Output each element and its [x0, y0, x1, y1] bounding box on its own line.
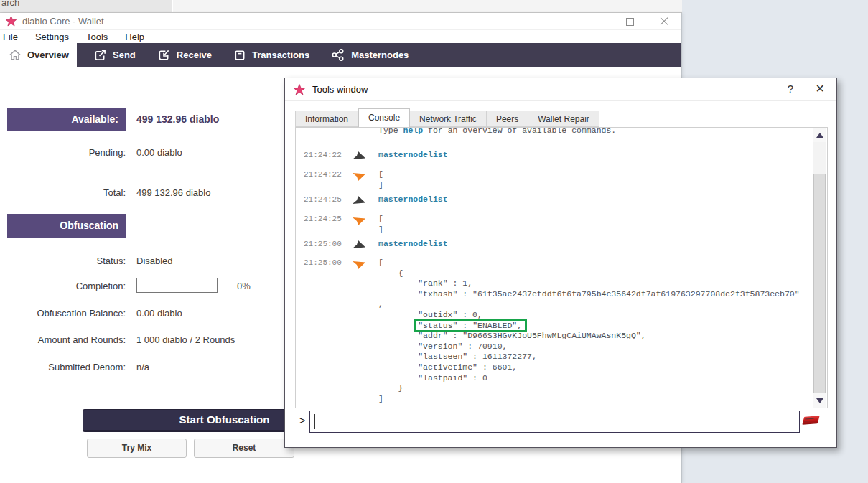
obf-balance-value: 0.00 diablo [136, 308, 182, 319]
available-header: Available: [7, 108, 126, 131]
console-response: [ ] [378, 214, 383, 235]
tab-console[interactable]: Console [358, 108, 410, 127]
total-label: Total: [0, 187, 126, 198]
console-response: [ ] [378, 169, 383, 190]
obf-amount-rounds-label: Amount and Rounds: [0, 334, 126, 345]
transactions-icon [233, 49, 246, 62]
menu-file[interactable]: File [3, 32, 18, 42]
obf-status-label: Status: [0, 255, 126, 266]
nav-bar: Overview Send Receive [0, 43, 681, 67]
console-command-input[interactable] [309, 411, 800, 433]
scrollbar-thumb[interactable] [813, 174, 826, 394]
tools-tab-bar: Information Console Network Traffic Peer… [295, 110, 599, 127]
tab-transactions-label: Transactions [252, 50, 309, 60]
tab-wallet-repair[interactable]: Wallet Repair [528, 111, 599, 127]
close-icon[interactable] [657, 15, 671, 28]
tab-transactions[interactable]: Transactions [223, 43, 320, 67]
console-timestamp: 21:24:25 [304, 215, 342, 223]
home-icon [9, 49, 22, 61]
tab-masternodes-label: Masternodes [351, 50, 409, 60]
console-timestamp: 21:25:00 [304, 240, 342, 248]
console-prompt: > [299, 415, 305, 426]
menu-help[interactable]: Help [125, 32, 144, 42]
help-icon[interactable]: ? [788, 83, 793, 95]
tab-send-label: Send [113, 50, 136, 60]
console-input-icon [352, 239, 366, 250]
window-controls [588, 13, 671, 30]
obf-balance-label: Obfuscation Balance: [0, 308, 126, 319]
total-value: 499 132.96 diablo [136, 187, 210, 198]
obf-completion-value: 0% [237, 281, 251, 291]
receive-icon [157, 49, 171, 62]
maximize-icon[interactable] [622, 15, 637, 28]
tab-receive[interactable]: Receive [146, 43, 223, 67]
tab-overview-label: Overview [27, 50, 69, 60]
text-cursor [314, 414, 315, 429]
masternodes-icon [331, 48, 345, 62]
tools-window-title: Tools window [312, 84, 368, 95]
tab-receive-label: Receive [177, 50, 212, 60]
console-scrollbar[interactable] [813, 128, 826, 408]
console-output-icon [352, 216, 366, 227]
tools-window: Tools window ? ✕ Information Console Net… [284, 78, 837, 448]
obf-completion-label: Completion: [0, 281, 126, 291]
console-command: masternodelist [378, 239, 448, 250]
clear-console-icon[interactable] [803, 416, 820, 426]
console-timestamp: 21:24:25 [304, 195, 342, 204]
menu-settings[interactable]: Settings [35, 32, 69, 42]
pending-value: 0.00 diablo [136, 147, 182, 158]
scroll-up-icon[interactable] [813, 128, 826, 142]
obfuscation-header: Obfuscation [7, 214, 126, 238]
tab-information[interactable]: Information [295, 111, 358, 127]
try-mix-button[interactable]: Try Mix [87, 439, 187, 458]
completion-progress-bar [136, 278, 218, 293]
background-search-box: arch [0, 0, 172, 12]
console-output-icon [352, 172, 366, 182]
pending-label: Pending: [0, 147, 126, 158]
app-logo-star-icon [6, 16, 17, 27]
menu-bar: File Settings Tools Help [0, 30, 681, 43]
obf-status-value: Disabled [136, 255, 173, 266]
tab-masternodes[interactable]: Masternodes [320, 43, 419, 67]
background-window-strip: arch [0, 0, 682, 13]
console-timestamp: 21:25:00 [304, 258, 342, 267]
tools-titlebar: Tools window ? ✕ [285, 78, 836, 101]
console-input-icon [352, 150, 366, 161]
window-title: diablo Core - Wallet [22, 16, 104, 27]
tab-send[interactable]: Send [83, 43, 146, 67]
tab-peers[interactable]: Peers [487, 111, 528, 127]
console-timestamp: 21:24:22 [304, 151, 342, 159]
console-welcome-line: Type help for an overview of available c… [378, 127, 616, 136]
tab-overview[interactable]: Overview [0, 43, 77, 67]
tools-close-icon[interactable]: ✕ [816, 82, 825, 95]
tab-network-traffic[interactable]: Network Traffic [410, 111, 487, 127]
console-command: masternodelist [378, 194, 448, 205]
console-output: Type help for an overview of available c… [295, 127, 828, 408]
console-input-icon [352, 194, 366, 205]
scroll-down-icon[interactable] [813, 393, 826, 408]
menu-tools[interactable]: Tools [86, 32, 108, 42]
background-search-fragment: arch [1, 0, 19, 8]
console-json-response: [ { "rank" : 1, "txhash" : "61f35ae2437e… [378, 258, 800, 404]
minimize-icon[interactable] [588, 15, 602, 28]
tools-logo-star-icon [294, 84, 305, 95]
available-value: 499 132.96 diablo [136, 108, 219, 131]
send-icon [93, 49, 107, 62]
wallet-titlebar: diablo Core - Wallet [0, 13, 681, 30]
console-timestamp: 21:24:22 [304, 170, 342, 179]
status-enabled-highlight: "status" : "ENABLED", [414, 319, 527, 332]
obf-denom-value: n/a [136, 362, 149, 372]
console-output-icon [352, 260, 366, 271]
console-command: masternodelist [378, 150, 448, 161]
reset-button[interactable]: Reset [194, 439, 294, 458]
obf-denom-label: Submitted Denom: [0, 362, 126, 372]
obf-amount-rounds-value: 1 000 diablo / 2 Rounds [136, 334, 235, 345]
background-titlebar [172, 0, 682, 12]
